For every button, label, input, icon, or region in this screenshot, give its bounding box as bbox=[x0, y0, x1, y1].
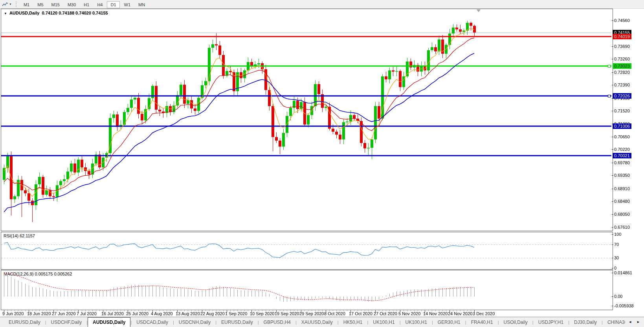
timeframe-button-M5[interactable]: M5 bbox=[34, 1, 47, 8]
date-label: 27 Oct 2020 bbox=[374, 311, 397, 316]
hline-price-badge: 0.74019 bbox=[613, 34, 631, 39]
chart-tab-uk100-h1[interactable]: UK100,H1 bbox=[401, 318, 432, 327]
timeframe-button-MN[interactable]: MN bbox=[135, 1, 149, 8]
date-label: 29 Sep 2020 bbox=[299, 311, 324, 316]
date-label: 19 Sep 2020 bbox=[275, 311, 299, 316]
chart-tab-fra40-h1[interactable]: FRA40,H1 bbox=[466, 318, 498, 327]
timeframe-button-W1[interactable]: W1 bbox=[121, 1, 134, 8]
chart-tab-bar: EURUSD,Daily|USDCHF,Daily|AUDUSD,Daily|U… bbox=[0, 317, 644, 327]
chart-tab-usoil-daily[interactable]: USOil,Daily bbox=[499, 318, 532, 327]
chart-tab-usdcnh-daily[interactable]: USDCNH,Daily bbox=[174, 318, 215, 327]
tab-scroll-right-icon[interactable]: ► bbox=[634, 319, 642, 325]
timeframe-toolbar: ▼ M1M5M15M30H1H4D1W1MN bbox=[0, 0, 644, 9]
date-label: 13 Aug 2020 bbox=[176, 311, 200, 316]
price-tick-label: 0.67610 bbox=[614, 225, 630, 230]
hline-price-badge: 0.70021 bbox=[613, 153, 631, 158]
chart-tab-xauusd-daily[interactable]: XAUUSD,Daily bbox=[297, 318, 338, 327]
tab-scroll-left-icon[interactable]: ◄ bbox=[626, 319, 634, 325]
timeframe-button-D1[interactable]: D1 bbox=[107, 1, 119, 8]
date-label: 22 Aug 2020 bbox=[200, 311, 225, 316]
chart-tab-usdjpy-h1[interactable]: USDJPY,H1 bbox=[534, 318, 568, 327]
rsi-tick-label: 100 bbox=[614, 232, 621, 237]
price-tick-label: 0.73260 bbox=[614, 57, 630, 61]
price-tick-label: 0.70650 bbox=[614, 134, 630, 139]
chart-tab-eurusd-daily[interactable]: EURUSD,Daily bbox=[217, 318, 258, 327]
price-tick-label: 0.68050 bbox=[614, 212, 630, 217]
chart-tab-usdcad-daily[interactable]: USDCAD,Daily bbox=[132, 318, 173, 327]
date-label: 14 Nov 2020 bbox=[423, 311, 448, 316]
price-tick-label: 0.72390 bbox=[614, 83, 630, 87]
chart-tab-usdchf-daily[interactable]: USDCHF,Daily bbox=[46, 318, 87, 327]
date-label: 3 Dec 2020 bbox=[473, 311, 495, 316]
rsi-tick-label: 0 bbox=[614, 266, 616, 270]
date-label: 5 Nov 2020 bbox=[398, 311, 420, 316]
timeframe-button-H4[interactable]: H4 bbox=[94, 1, 106, 8]
hline-price-badge: 0.73023 bbox=[613, 63, 631, 69]
date-label: 10 Sep 2020 bbox=[250, 311, 274, 316]
chart-tab-ger30-h1[interactable]: GER30,H1 bbox=[433, 318, 465, 327]
price-tick-label: 0.68480 bbox=[614, 199, 630, 204]
price-tick-label: 0.68910 bbox=[614, 186, 630, 191]
chart-tab-gbpusd-h4[interactable]: GBPUSD,H4 bbox=[259, 318, 295, 327]
date-label: 4 Aug 2020 bbox=[151, 311, 173, 316]
date-label: 9 Jun 2020 bbox=[2, 311, 24, 316]
timeframe-button-M1[interactable]: M1 bbox=[20, 1, 33, 8]
trading-terminal-window: ▼ M1M5M15M30H1H4D1W1MN ▼AUDUSD,Daily 0.7… bbox=[0, 0, 644, 327]
price-tick-label: 0.70220 bbox=[614, 147, 630, 152]
date-label: 25 Jul 2020 bbox=[126, 311, 149, 316]
chart-tab-audusd-daily[interactable]: AUDUSD,Daily bbox=[88, 317, 130, 327]
date-label: 17 Oct 2020 bbox=[349, 311, 372, 316]
hline-drag-handle[interactable] bbox=[608, 95, 611, 97]
macd-tick-label: 0.014861 bbox=[614, 270, 632, 275]
price-tick-label: 0.74560 bbox=[614, 18, 630, 23]
rsi-tick-label: 70 bbox=[614, 242, 619, 247]
toolbar-grip[interactable] bbox=[16, 2, 17, 7]
date-label: 18 Jun 2020 bbox=[27, 311, 51, 316]
chart-tab-uk100-h1[interactable]: UK100,H1 bbox=[368, 318, 399, 327]
date-label: 24 Nov 2020 bbox=[448, 311, 472, 316]
price-tick-label: 0.69350 bbox=[614, 173, 630, 178]
date-label: 16 Jul 2020 bbox=[101, 311, 124, 316]
date-label: 27 Jun 2020 bbox=[52, 311, 76, 316]
price-tick-label: 0.73690 bbox=[614, 44, 630, 49]
tab-scroll-buttons: ◄ ► bbox=[625, 317, 643, 327]
macd-tick-label: -0.005938 bbox=[614, 303, 634, 308]
timeframe-button-M30[interactable]: M30 bbox=[64, 1, 79, 8]
hline-drag-handle[interactable] bbox=[608, 65, 611, 68]
chart-canvas[interactable] bbox=[0, 0, 644, 327]
chart-tab-eurusd-daily[interactable]: EURUSD,Daily bbox=[4, 318, 45, 327]
chart-type-dropdown-arrow[interactable]: ▼ bbox=[9, 3, 12, 6]
timeframe-buttons: M1M5M15M30H1H4D1W1MN bbox=[20, 1, 149, 8]
chart-tab-dj30-daily[interactable]: DJ30,Daily bbox=[569, 318, 602, 327]
rsi-tick-label: 30 bbox=[614, 255, 619, 260]
macd-tick-label: 0.00 bbox=[614, 294, 622, 299]
hline-price-badge: 0.72026 bbox=[613, 93, 631, 99]
chart-tab-hk50-h1[interactable]: HK50,H1 bbox=[339, 318, 367, 327]
timeframe-button-M15[interactable]: M15 bbox=[48, 1, 63, 8]
timeframe-button-H1[interactable]: H1 bbox=[80, 1, 93, 8]
price-tick-label: 0.69780 bbox=[614, 160, 630, 165]
chart-type-icon[interactable] bbox=[2, 2, 8, 7]
date-label: 1 Sep 2020 bbox=[225, 311, 247, 316]
date-label: 8 Oct 2020 bbox=[324, 311, 345, 316]
date-label: 7 Jul 2020 bbox=[77, 311, 97, 316]
price-tick-label: 0.72820 bbox=[614, 70, 630, 75]
chart-shift-marker[interactable] bbox=[477, 9, 481, 12]
price-tick-label: 0.71520 bbox=[614, 108, 630, 113]
hline-price-badge: 0.71006 bbox=[613, 123, 631, 129]
